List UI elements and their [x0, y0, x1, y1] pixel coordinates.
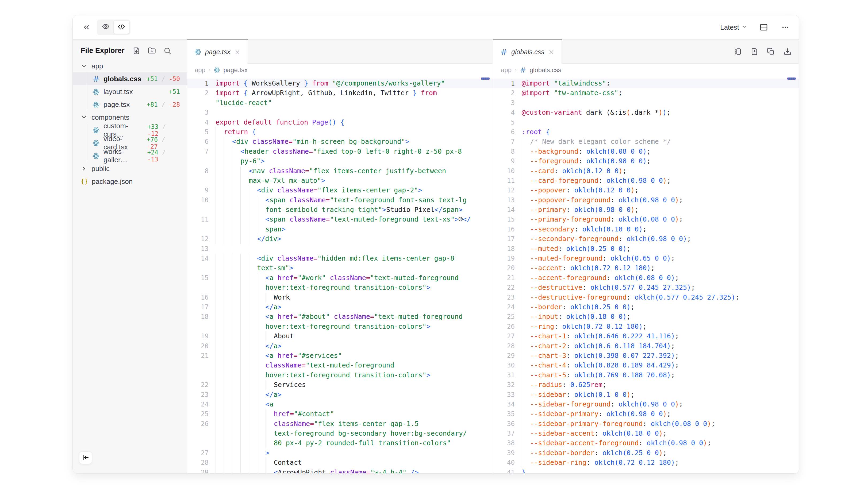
code-line: 40--sidebar-ring: oklch(0.72 0.12 180); — [493, 458, 799, 467]
code-line: 14--primary: oklch(0.98 0 0); — [493, 205, 799, 215]
code-line: 20--accent: oklch(0.72 0.12 180); — [493, 263, 799, 273]
code-line: hover:text-foreground transition-colors"… — [187, 322, 493, 331]
tree-folder-public[interactable]: public — [73, 162, 187, 175]
line-number: 27 — [493, 331, 515, 341]
file-diff-button[interactable] — [750, 47, 758, 56]
line-number — [187, 360, 209, 370]
view-toggle — [97, 20, 130, 35]
braces-icon — [81, 178, 88, 185]
chevron-right-icon: › — [209, 67, 211, 73]
breadcrumb[interactable]: app › globals.css — [493, 64, 799, 76]
download-button[interactable] — [783, 47, 792, 56]
code-line: 37--sidebar-accent: oklch(0.18 0 0); — [493, 429, 799, 438]
diff-stats: +76 / -27 — [147, 136, 187, 150]
tree-folder-app[interactable]: app — [73, 60, 187, 72]
breadcrumb-file: globals.css — [529, 66, 561, 74]
code-line: 24--border: oklch(0.25 0 0); — [493, 302, 799, 312]
line-number — [187, 263, 209, 273]
line-number: 4 — [493, 108, 515, 117]
line-number: 22 — [493, 283, 515, 292]
code-line: hover:text-foreground transition-colors"… — [187, 370, 493, 380]
code-line: 29--chart-3: oklch(0.398 0.07 227.392); — [493, 351, 799, 360]
tab-bar-right: globals.css — [493, 39, 799, 64]
line-number: 14 — [493, 205, 515, 215]
tree-file-package.json[interactable]: package.json — [73, 175, 187, 188]
line-number: 6 — [187, 137, 209, 147]
line-number — [187, 98, 209, 108]
tree-file-layout.tsx[interactable]: layout.tsx+51 — [73, 85, 187, 98]
code-line: hover:text-foreground transition-colors"… — [187, 283, 493, 292]
line-number: 20 — [187, 341, 209, 351]
file-tree: appglobals.css+51 / -50layout.tsx+51page… — [73, 60, 187, 188]
close-tab-icon[interactable] — [234, 49, 241, 55]
tree-file-globals.css[interactable]: globals.css+51 / -50 — [73, 72, 187, 85]
line-number: 23 — [493, 293, 515, 302]
line-number: 1 — [187, 78, 209, 88]
panel-bottom-button[interactable] — [758, 21, 770, 33]
line-number: 1 — [493, 78, 515, 88]
collapse-panel-button[interactable] — [81, 22, 92, 33]
code-line: 18--muted: oklch(0.25 0 0); — [493, 244, 799, 254]
line-number — [187, 283, 209, 292]
line-number: 9 — [187, 186, 209, 195]
line-number: 15 — [493, 215, 515, 224]
tab-bar-left: page.tsx — [187, 39, 493, 64]
download-icon — [783, 47, 792, 56]
collapse-sidebar-button[interactable] — [79, 451, 92, 464]
code-line: 14<div className="hidden md:flex items-c… — [187, 254, 493, 263]
code-toggle-button[interactable] — [113, 21, 129, 34]
tree-item-label: public — [91, 165, 110, 173]
code-line: 35--sidebar-primary: oklch(0.98 0 0); — [493, 409, 799, 419]
tree-file-page.tsx[interactable]: page.tsx+81 / -28 — [73, 98, 187, 111]
copy-button[interactable] — [767, 47, 775, 56]
code-line: 21--accent-foreground: oklch(0.08 0 0); — [493, 273, 799, 283]
breadcrumb[interactable]: app › page.tsx — [187, 64, 493, 76]
tab-page-tsx[interactable]: page.tsx — [187, 39, 248, 64]
line-number: 26 — [187, 419, 209, 429]
chevrons-left-icon — [82, 23, 90, 31]
react-icon — [194, 48, 202, 56]
scroll-indicator[interactable] — [787, 77, 796, 79]
code-line: 16Work — [187, 293, 493, 302]
preview-toggle-button[interactable] — [98, 21, 113, 33]
version-selector[interactable]: Latest — [720, 23, 748, 32]
react-icon — [93, 101, 100, 108]
code-line: 13 — [187, 244, 493, 254]
code-editor-page-tsx[interactable]: 1import { WorksGallery } from "@/compone… — [187, 76, 493, 473]
scroll-indicator[interactable] — [481, 77, 490, 79]
code-line: 9<div className="flex items-center gap-2… — [187, 186, 493, 195]
close-tab-icon[interactable] — [548, 49, 555, 55]
toolbar-right: Latest — [720, 21, 791, 33]
code-line: max-w-7xl mx-auto"> — [187, 176, 493, 186]
line-number: 9 — [493, 156, 515, 166]
code-editor-globals-css[interactable]: 1@import "tailwindcss";2@import "tw-anim… — [493, 76, 799, 473]
line-number: 10 — [493, 166, 515, 176]
code-line: 1import { WorksGallery } from "@/compone… — [187, 78, 493, 88]
top-toolbar: Latest — [73, 15, 799, 39]
diff-stats: +24 / -13 — [147, 149, 187, 163]
new-file-button[interactable] — [132, 47, 141, 55]
code-line: 8--background: oklch(0.08 0 0); — [493, 147, 799, 156]
line-number: 36 — [493, 419, 515, 429]
app-window: Latest — [72, 15, 799, 474]
editor-actions — [734, 39, 799, 64]
split-editor-button[interactable] — [734, 47, 742, 56]
code-line: 23</a> — [187, 390, 493, 399]
tab-globals-css[interactable]: globals.css — [493, 39, 562, 64]
line-number: 30 — [493, 360, 515, 370]
diff-stats: +51 — [169, 88, 187, 95]
search-files-button[interactable] — [163, 47, 172, 55]
more-options-button[interactable] — [780, 22, 791, 33]
line-number: 10 — [187, 195, 209, 205]
new-folder-button[interactable] — [148, 47, 156, 55]
code-line: 24<a — [187, 399, 493, 409]
line-number: 32 — [493, 380, 515, 390]
tree-item-label: page.tsx — [103, 100, 130, 109]
code-line: 5return ( — [187, 127, 493, 137]
line-number: 17 — [187, 302, 209, 312]
tree-item-label: components — [91, 113, 129, 122]
hash-icon — [520, 67, 526, 73]
code-line: text-sm"> — [187, 263, 493, 273]
tree-file-works-galler-[interactable]: works-galler…+24 / -13 — [73, 150, 187, 162]
code-line: 12--popover: oklch(0.12 0 0); — [493, 186, 799, 195]
